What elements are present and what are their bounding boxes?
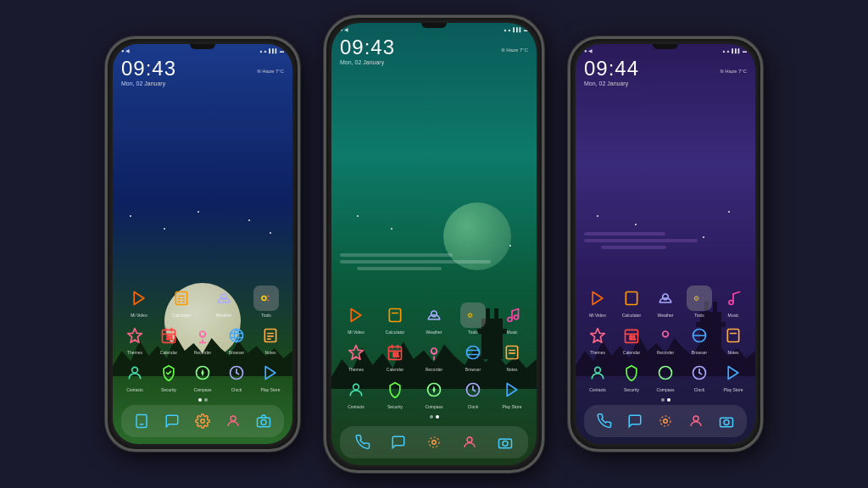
recorder-icon-2[interactable] [421, 340, 447, 365]
play-store-icon[interactable] [258, 360, 283, 385]
app-browser-2[interactable]: Browser [457, 340, 489, 372]
app-clock-3[interactable]: Clock [683, 360, 715, 392]
dock-settings-3[interactable] [654, 410, 676, 432]
play-store-icon-3[interactable] [721, 360, 746, 385]
app-security[interactable]: Security [153, 360, 185, 392]
mi-video-icon[interactable] [126, 286, 152, 311]
music-icon-2[interactable] [499, 302, 525, 328]
browser-icon-3[interactable] [687, 323, 712, 348]
calculator-icon-3[interactable] [619, 286, 644, 311]
app-weather-3[interactable]: Weather [649, 286, 682, 318]
calendar-icon[interactable]: 31 [156, 323, 181, 348]
tools-icon-3[interactable]: ⚙ [687, 286, 712, 311]
dock-camera-3[interactable] [715, 410, 737, 432]
app-calendar-2[interactable]: 31 Calendar [379, 340, 411, 372]
app-music-3[interactable]: Music [717, 286, 749, 318]
app-browser-3[interactable]: Browser [683, 323, 715, 355]
dock-phone-2[interactable] [352, 431, 374, 453]
app-security-2[interactable]: Security [379, 377, 411, 409]
dock-contacts-2[interactable] [459, 431, 481, 453]
app-recorder-3[interactable]: Recorder [649, 323, 682, 355]
app-recorder[interactable]: Recorder [186, 323, 219, 355]
app-browser[interactable]: Browser [220, 323, 253, 355]
app-calculator-3[interactable]: Calculator [615, 286, 648, 318]
app-play-store[interactable]: Play Store [254, 360, 287, 392]
tools-folder-icon[interactable] [253, 286, 279, 311]
weather-icon-3[interactable] [653, 286, 678, 311]
weather-icon-2[interactable] [421, 302, 447, 328]
app-contacts[interactable]: Contacts [119, 360, 151, 392]
tools-icon-2[interactable]: ⚙ [460, 302, 486, 328]
browser-icon[interactable] [224, 323, 249, 348]
compass-icon-3[interactable] [653, 360, 678, 385]
clock-icon-2[interactable] [460, 377, 486, 402]
dock-messages[interactable] [161, 410, 183, 432]
app-mi-video-2[interactable]: Mi Video [340, 302, 372, 335]
app-play-store-3[interactable]: Play Store [717, 360, 749, 392]
app-recorder-2[interactable]: Recorder [418, 340, 450, 372]
dock-contacts-3[interactable] [685, 410, 707, 432]
weather-icon[interactable] [211, 286, 236, 311]
app-tools-folder[interactable]: Tools [250, 286, 282, 318]
themes-icon[interactable] [122, 323, 147, 348]
dock-messages-2[interactable] [387, 431, 409, 453]
app-calendar-3[interactable]: 31 Calendar [615, 323, 648, 355]
themes-icon-2[interactable] [343, 340, 369, 365]
browser-icon-2[interactable] [460, 340, 486, 365]
contacts-icon-3[interactable] [585, 360, 610, 385]
compass-icon-2[interactable] [421, 377, 447, 402]
recorder-icon-3[interactable] [653, 323, 678, 348]
dock-camera-2[interactable] [494, 431, 516, 453]
app-tools-2[interactable]: ⚙ Tools [457, 302, 489, 335]
contacts-icon[interactable] [122, 360, 147, 385]
clock-icon-3[interactable] [687, 360, 712, 385]
mi-video-icon-2[interactable] [343, 302, 369, 328]
app-mi-video-3[interactable]: Mi Video [581, 286, 614, 318]
app-compass[interactable]: Compass [186, 360, 219, 392]
app-clock[interactable]: Clock [220, 360, 253, 392]
calendar-icon-3[interactable]: 31 [619, 323, 644, 348]
app-tools-3[interactable]: ⚙ Tools [683, 286, 715, 318]
app-compass-3[interactable]: Compass [649, 360, 682, 392]
dock-camera[interactable] [253, 410, 275, 432]
app-notes-3[interactable]: Notes [717, 323, 749, 355]
app-contacts-2[interactable]: Contacts [340, 377, 372, 409]
app-weather[interactable]: Weather [208, 286, 240, 318]
app-themes-3[interactable]: Themes [581, 323, 614, 355]
play-store-icon-2[interactable] [499, 377, 525, 402]
security-icon-3[interactable] [619, 360, 644, 385]
app-mi-video[interactable]: Mi Video [123, 286, 155, 318]
app-calendar[interactable]: 31 Calendar [153, 323, 185, 355]
security-icon[interactable] [156, 360, 181, 385]
notes-icon[interactable] [258, 323, 283, 348]
clock-icon[interactable] [224, 360, 249, 385]
app-compass-2[interactable]: Compass [418, 377, 450, 409]
music-icon-3[interactable] [721, 286, 746, 311]
app-calculator-2[interactable]: Calculator [379, 302, 411, 335]
dock-phone[interactable] [131, 410, 153, 432]
security-icon-2[interactable] [382, 377, 408, 402]
dock-settings-2[interactable] [423, 431, 445, 453]
mi-video-icon-3[interactable] [585, 286, 610, 311]
app-notes-2[interactable]: Notes [496, 340, 528, 372]
dock-messages-3[interactable] [624, 410, 646, 432]
dock-phone-3[interactable] [593, 410, 615, 432]
app-music-2[interactable]: Music [496, 302, 528, 335]
app-contacts-3[interactable]: Contacts [581, 360, 614, 392]
contacts-icon-2[interactable] [343, 377, 369, 402]
dock-settings[interactable] [192, 410, 214, 432]
notes-icon-2[interactable] [499, 340, 525, 365]
calendar-icon-2[interactable]: 31 [382, 340, 408, 365]
app-play-store-2[interactable]: Play Store [496, 377, 528, 409]
dock-contacts[interactable] [222, 410, 244, 432]
calculator-icon[interactable] [169, 286, 194, 311]
app-themes-2[interactable]: Themes [340, 340, 372, 372]
app-security-3[interactable]: Security [615, 360, 648, 392]
recorder-icon[interactable] [190, 323, 215, 348]
app-themes[interactable]: Themes [119, 323, 151, 355]
calculator-icon-2[interactable] [382, 302, 408, 328]
notes-icon-3[interactable] [721, 323, 746, 348]
app-clock-2[interactable]: Clock [457, 377, 489, 409]
app-notes[interactable]: Notes [254, 323, 287, 355]
app-weather-2[interactable]: Weather [418, 302, 450, 335]
